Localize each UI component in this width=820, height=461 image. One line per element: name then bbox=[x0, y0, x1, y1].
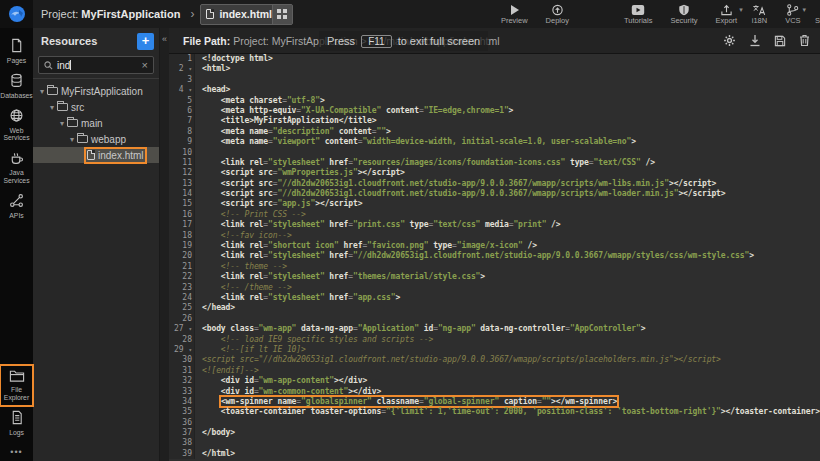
resources-header: Resources + bbox=[33, 28, 159, 54]
open-file-tab[interactable]: index.html bbox=[200, 4, 293, 25]
code-text: <script src="//dh2dw20653ig1.cloudfront.… bbox=[195, 355, 721, 365]
i18n-button[interactable]: i18N bbox=[752, 4, 767, 25]
expand-arrow-icon[interactable]: ▾ bbox=[37, 87, 47, 96]
code-line-34[interactable]: 34 <wm-spinner name="globalspinner" clas… bbox=[169, 397, 820, 407]
code-line-18[interactable]: 18 <!--fav icon--> bbox=[169, 231, 820, 241]
file-icon bbox=[206, 9, 214, 19]
search-input[interactable]: ind × bbox=[38, 56, 154, 74]
code-line-36[interactable]: 36 bbox=[169, 418, 820, 428]
code-line-31[interactable]: 31<![endif]--> bbox=[169, 366, 820, 376]
code-line-20[interactable]: 20 <link rel="stylesheet" href="//dh2dw2… bbox=[169, 251, 820, 261]
code-text: <script src="//dh2dw20653ig1.cloudfront.… bbox=[195, 189, 726, 199]
code-line-11[interactable]: 11 <link rel="stylesheet" href="resource… bbox=[169, 158, 820, 168]
code-text bbox=[195, 148, 202, 158]
sidebar-item-file-explorer[interactable]: FileExplorer bbox=[0, 365, 33, 407]
code-line-17[interactable]: 17 <link rel="stylesheet" href="print.cs… bbox=[169, 220, 820, 230]
code-line-14[interactable]: 14 <script src="//dh2dw20653ig1.cloudfro… bbox=[169, 189, 820, 199]
code-line-30[interactable]: 30<script src="//dh2dw20653ig1.cloudfron… bbox=[169, 355, 820, 365]
file-tree: ▾MyFirstApplication▾src▾main▾webappindex… bbox=[33, 79, 159, 163]
code-line-37[interactable]: 37</body> bbox=[169, 428, 820, 438]
code-line-16[interactable]: 16 <!-- Print CSS --> bbox=[169, 210, 820, 220]
line-number: 9 bbox=[169, 137, 195, 147]
code-line-26[interactable]: 26 bbox=[169, 314, 820, 324]
code-line-23[interactable]: 23 <!-- /theme --> bbox=[169, 283, 820, 293]
code-line-5[interactable]: 5 <meta charset="utf-8"> bbox=[169, 96, 820, 106]
sidebar-item-web-services[interactable]: WebServices bbox=[0, 104, 33, 147]
tree-item-main[interactable]: ▾main bbox=[33, 115, 159, 131]
file-icon bbox=[87, 150, 95, 160]
code-line-27[interactable]: 27 ▾<body class="wm-app" data-ng-app="Ap… bbox=[169, 324, 820, 334]
code-line-8[interactable]: 8 <meta name="description" content=""> bbox=[169, 127, 820, 137]
delete-file-icon[interactable] bbox=[799, 34, 810, 47]
logs-icon bbox=[10, 410, 24, 429]
tutorials-button[interactable]: Tutorials bbox=[624, 4, 652, 25]
vcs-button[interactable]: VCS bbox=[785, 4, 800, 25]
code-editor[interactable]: 1<!doctype html>2 ▾<html>34 ▾<head>5 <me… bbox=[169, 54, 820, 461]
sidebar-item-java-services[interactable]: JavaServices bbox=[0, 147, 33, 190]
collapse-panel-icon[interactable]: « bbox=[160, 34, 169, 44]
expand-arrow-icon[interactable]: ▾ bbox=[47, 103, 57, 112]
line-number: 2 ▾ bbox=[169, 64, 195, 74]
line-number: 23 bbox=[169, 283, 195, 293]
sidebar-item-databases[interactable]: Databases bbox=[0, 69, 33, 104]
code-line-33[interactable]: 33 <div id="wm-common-content"></div> bbox=[169, 387, 820, 397]
code-line-6[interactable]: 6 <meta http-equiv="X-UA-Compatible" con… bbox=[169, 106, 820, 116]
add-resource-button[interactable]: + bbox=[137, 33, 154, 50]
expand-arrow-icon[interactable]: ▾ bbox=[67, 135, 77, 144]
code-line-24[interactable]: 24 <link rel="stylesheet" href="app.css"… bbox=[169, 293, 820, 303]
code-line-15[interactable]: 15 <script src="app.js"></script> bbox=[169, 199, 820, 209]
tree-item-src[interactable]: ▾src bbox=[33, 99, 159, 115]
sidebar-more-icon[interactable]: ••• bbox=[10, 441, 22, 461]
toast-text-post: to exit full screen bbox=[398, 35, 481, 47]
code-line-35[interactable]: 35 <toaster-container toaster-options="{… bbox=[169, 407, 820, 417]
save-file-icon[interactable] bbox=[774, 35, 786, 47]
tree-item-index.html[interactable]: index.html bbox=[33, 147, 159, 163]
fold-marker-icon: ▾ bbox=[188, 65, 192, 72]
code-line-9[interactable]: 9 <meta name="viewport" content="width=d… bbox=[169, 137, 820, 147]
line-number: 1 bbox=[169, 54, 195, 64]
preview-button[interactable]: Preview bbox=[501, 4, 528, 25]
line-number: 30 bbox=[169, 355, 195, 365]
code-line-28[interactable]: 28 <!-- load IE9 specific styles and scr… bbox=[169, 335, 820, 345]
app-logo[interactable] bbox=[0, 0, 33, 28]
settings-button[interactable]: Settings bbox=[815, 4, 820, 25]
code-line-10[interactable]: 10 bbox=[169, 148, 820, 158]
code-line-32[interactable]: 32 <div id="wm-app-content"></div> bbox=[169, 376, 820, 386]
clear-search-icon[interactable]: × bbox=[142, 59, 148, 71]
code-line-13[interactable]: 13 <script src="//dh2dw20653ig1.cloudfro… bbox=[169, 179, 820, 189]
code-line-39[interactable]: 39</html> bbox=[169, 449, 820, 459]
resources-title: Resources bbox=[41, 35, 137, 47]
download-file-icon[interactable] bbox=[749, 34, 761, 47]
code-line-21[interactable]: 21 <!-- theme --> bbox=[169, 262, 820, 272]
code-line-22[interactable]: 22 <link rel="stylesheet" href="themes/m… bbox=[169, 272, 820, 282]
code-line-2[interactable]: 2 ▾<html> bbox=[169, 64, 820, 74]
line-number: 37 bbox=[169, 428, 195, 438]
sidebar-item-apis[interactable]: APIs bbox=[0, 189, 33, 224]
code-line-1[interactable]: 1<!doctype html> bbox=[169, 54, 820, 64]
line-number: 3 bbox=[169, 75, 195, 85]
code-text bbox=[195, 418, 202, 428]
tree-item-webapp[interactable]: ▾webapp bbox=[33, 131, 159, 147]
export-button[interactable]: Export bbox=[716, 4, 738, 25]
sidebar-item-label: JavaServices bbox=[3, 169, 29, 184]
deploy-button[interactable]: Deploy bbox=[546, 4, 569, 25]
expand-arrow-icon[interactable]: ▾ bbox=[57, 119, 67, 128]
fold-marker-icon: ▾ bbox=[188, 346, 192, 353]
security-button[interactable]: Security bbox=[670, 4, 697, 25]
code-line-3[interactable]: 3 bbox=[169, 75, 820, 85]
code-line-25[interactable]: 25</head> bbox=[169, 303, 820, 313]
code-line-38[interactable]: 38 bbox=[169, 438, 820, 448]
code-line-7[interactable]: 7 <title>MyFirstApplication</title> bbox=[169, 116, 820, 126]
dashboard-grid-icon[interactable] bbox=[272, 5, 292, 24]
sidebar-item-logs[interactable]: Logs bbox=[0, 406, 33, 441]
file-settings-gear-icon[interactable] bbox=[723, 34, 736, 47]
code-line-12[interactable]: 12 <script src="wmProperties.js"></scrip… bbox=[169, 168, 820, 178]
code-text: <!-- /theme --> bbox=[195, 283, 292, 293]
code-line-4[interactable]: 4 ▾<head> bbox=[169, 85, 820, 95]
tree-item-myfirstapplication[interactable]: ▾MyFirstApplication bbox=[33, 83, 159, 99]
line-number: 28 bbox=[169, 335, 195, 345]
project-breadcrumb[interactable]: Project: MyFirstApplication bbox=[41, 8, 180, 20]
sidebar-item-pages[interactable]: Pages bbox=[0, 34, 33, 69]
code-line-29[interactable]: 29 ▾ <!--[if lt IE 10]> bbox=[169, 345, 820, 355]
code-line-19[interactable]: 19 <link rel="shortcut icon" href="favic… bbox=[169, 241, 820, 251]
